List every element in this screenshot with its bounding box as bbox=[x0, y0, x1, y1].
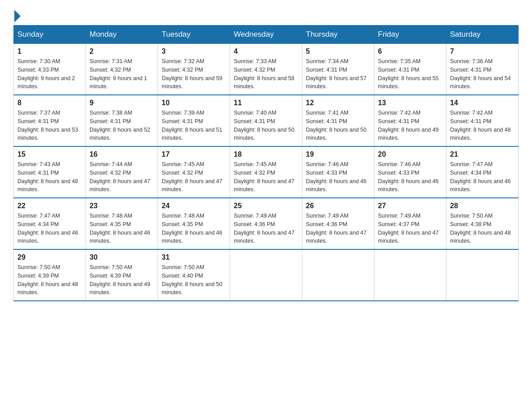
day-number: 30 bbox=[90, 253, 154, 261]
calendar-table: SundayMondayTuesdayWednesdayThursdayFrid… bbox=[13, 25, 519, 301]
calendar-cell: 12 Sunrise: 7:41 AM Sunset: 4:31 PM Dayl… bbox=[302, 95, 374, 146]
header-saturday: Saturday bbox=[446, 26, 519, 44]
header-wednesday: Wednesday bbox=[230, 26, 302, 44]
day-info: Sunrise: 7:46 AM Sunset: 4:33 PM Dayligh… bbox=[306, 160, 370, 194]
day-info: Sunrise: 7:47 AM Sunset: 4:34 PM Dayligh… bbox=[450, 160, 515, 194]
day-number: 23 bbox=[90, 202, 154, 210]
calendar-cell: 21 Sunrise: 7:47 AM Sunset: 4:34 PM Dayl… bbox=[446, 146, 519, 198]
calendar-cell: 28 Sunrise: 7:50 AM Sunset: 4:38 PM Dayl… bbox=[446, 198, 519, 249]
day-info: Sunrise: 7:40 AM Sunset: 4:31 PM Dayligh… bbox=[234, 109, 298, 142]
calendar-cell: 20 Sunrise: 7:46 AM Sunset: 4:33 PM Dayl… bbox=[374, 146, 446, 198]
calendar-cell: 8 Sunrise: 7:37 AM Sunset: 4:31 PM Dayli… bbox=[14, 95, 86, 146]
day-info: Sunrise: 7:36 AM Sunset: 4:31 PM Dayligh… bbox=[450, 57, 515, 91]
day-number: 20 bbox=[378, 150, 442, 158]
day-info: Sunrise: 7:46 AM Sunset: 4:33 PM Dayligh… bbox=[378, 160, 442, 194]
header-sunday: Sunday bbox=[14, 26, 86, 44]
day-number: 5 bbox=[306, 47, 370, 56]
day-info: Sunrise: 7:48 AM Sunset: 4:35 PM Dayligh… bbox=[90, 212, 154, 245]
calendar-cell: 9 Sunrise: 7:38 AM Sunset: 4:31 PM Dayli… bbox=[86, 95, 158, 146]
day-number: 25 bbox=[234, 202, 298, 210]
day-number: 18 bbox=[234, 150, 298, 158]
day-number: 3 bbox=[162, 47, 226, 56]
calendar-cell: 22 Sunrise: 7:47 AM Sunset: 4:34 PM Dayl… bbox=[14, 198, 86, 249]
calendar-cell: 29 Sunrise: 7:50 AM Sunset: 4:39 PM Dayl… bbox=[14, 249, 86, 301]
logo-triangle-icon bbox=[14, 10, 21, 22]
calendar-cell: 13 Sunrise: 7:42 AM Sunset: 4:31 PM Dayl… bbox=[374, 95, 446, 146]
day-number: 21 bbox=[450, 150, 515, 158]
calendar-cell: 23 Sunrise: 7:48 AM Sunset: 4:35 PM Dayl… bbox=[86, 198, 158, 249]
day-number: 10 bbox=[162, 99, 226, 107]
calendar-cell: 14 Sunrise: 7:42 AM Sunset: 4:31 PM Dayl… bbox=[446, 95, 519, 146]
calendar-cell: 10 Sunrise: 7:39 AM Sunset: 4:31 PM Dayl… bbox=[158, 95, 230, 146]
calendar-cell bbox=[374, 249, 446, 301]
calendar-week-row: 8 Sunrise: 7:37 AM Sunset: 4:31 PM Dayli… bbox=[14, 95, 519, 146]
day-number: 14 bbox=[450, 99, 515, 107]
calendar-cell: 1 Sunrise: 7:30 AM Sunset: 4:33 PM Dayli… bbox=[14, 44, 86, 95]
day-info: Sunrise: 7:31 AM Sunset: 4:32 PM Dayligh… bbox=[90, 57, 154, 91]
day-info: Sunrise: 7:42 AM Sunset: 4:31 PM Dayligh… bbox=[450, 109, 515, 142]
day-info: Sunrise: 7:49 AM Sunset: 4:37 PM Dayligh… bbox=[378, 212, 442, 245]
calendar-cell: 30 Sunrise: 7:50 AM Sunset: 4:39 PM Dayl… bbox=[86, 249, 158, 301]
day-number: 19 bbox=[306, 150, 370, 158]
day-info: Sunrise: 7:45 AM Sunset: 4:32 PM Dayligh… bbox=[162, 160, 226, 194]
calendar-week-row: 15 Sunrise: 7:43 AM Sunset: 4:31 PM Dayl… bbox=[14, 146, 519, 198]
day-number: 6 bbox=[378, 47, 442, 56]
day-number: 11 bbox=[234, 99, 298, 107]
calendar-cell: 26 Sunrise: 7:49 AM Sunset: 4:36 PM Dayl… bbox=[302, 198, 374, 249]
calendar-cell: 5 Sunrise: 7:34 AM Sunset: 4:31 PM Dayli… bbox=[302, 44, 374, 95]
day-info: Sunrise: 7:32 AM Sunset: 4:32 PM Dayligh… bbox=[162, 57, 226, 91]
day-info: Sunrise: 7:44 AM Sunset: 4:32 PM Dayligh… bbox=[90, 160, 154, 194]
calendar-cell: 15 Sunrise: 7:43 AM Sunset: 4:31 PM Dayl… bbox=[14, 146, 86, 198]
calendar-cell bbox=[446, 249, 519, 301]
calendar-cell: 27 Sunrise: 7:49 AM Sunset: 4:37 PM Dayl… bbox=[374, 198, 446, 249]
calendar-week-row: 22 Sunrise: 7:47 AM Sunset: 4:34 PM Dayl… bbox=[14, 198, 519, 249]
calendar-week-row: 29 Sunrise: 7:50 AM Sunset: 4:39 PM Dayl… bbox=[14, 249, 519, 301]
day-number: 24 bbox=[162, 202, 226, 210]
day-info: Sunrise: 7:47 AM Sunset: 4:34 PM Dayligh… bbox=[17, 212, 82, 245]
day-number: 7 bbox=[450, 47, 515, 56]
day-info: Sunrise: 7:34 AM Sunset: 4:31 PM Dayligh… bbox=[306, 57, 370, 91]
calendar-cell: 16 Sunrise: 7:44 AM Sunset: 4:32 PM Dayl… bbox=[86, 146, 158, 198]
day-number: 4 bbox=[234, 47, 298, 56]
day-info: Sunrise: 7:39 AM Sunset: 4:31 PM Dayligh… bbox=[162, 109, 226, 142]
day-info: Sunrise: 7:33 AM Sunset: 4:32 PM Dayligh… bbox=[234, 57, 298, 91]
calendar-cell: 6 Sunrise: 7:35 AM Sunset: 4:31 PM Dayli… bbox=[374, 44, 446, 95]
day-info: Sunrise: 7:42 AM Sunset: 4:31 PM Dayligh… bbox=[378, 109, 442, 142]
day-info: Sunrise: 7:50 AM Sunset: 4:39 PM Dayligh… bbox=[17, 263, 82, 297]
day-number: 8 bbox=[17, 99, 82, 107]
day-info: Sunrise: 7:50 AM Sunset: 4:38 PM Dayligh… bbox=[450, 212, 515, 245]
calendar-cell: 2 Sunrise: 7:31 AM Sunset: 4:32 PM Dayli… bbox=[86, 44, 158, 95]
day-info: Sunrise: 7:48 AM Sunset: 4:35 PM Dayligh… bbox=[162, 212, 226, 245]
day-info: Sunrise: 7:49 AM Sunset: 4:36 PM Dayligh… bbox=[306, 212, 370, 245]
day-number: 29 bbox=[17, 253, 82, 261]
day-number: 1 bbox=[17, 47, 82, 56]
day-info: Sunrise: 7:49 AM Sunset: 4:36 PM Dayligh… bbox=[234, 212, 298, 245]
calendar-week-row: 1 Sunrise: 7:30 AM Sunset: 4:33 PM Dayli… bbox=[14, 44, 519, 95]
calendar-cell: 7 Sunrise: 7:36 AM Sunset: 4:31 PM Dayli… bbox=[446, 44, 519, 95]
day-info: Sunrise: 7:50 AM Sunset: 4:39 PM Dayligh… bbox=[90, 263, 154, 297]
day-info: Sunrise: 7:45 AM Sunset: 4:32 PM Dayligh… bbox=[234, 160, 298, 194]
day-number: 9 bbox=[90, 99, 154, 107]
header-friday: Friday bbox=[374, 26, 446, 44]
day-info: Sunrise: 7:50 AM Sunset: 4:40 PM Dayligh… bbox=[162, 263, 226, 297]
calendar-header-row: SundayMondayTuesdayWednesdayThursdayFrid… bbox=[14, 26, 519, 44]
calendar-cell: 19 Sunrise: 7:46 AM Sunset: 4:33 PM Dayl… bbox=[302, 146, 374, 198]
calendar-cell bbox=[230, 249, 302, 301]
day-info: Sunrise: 7:38 AM Sunset: 4:31 PM Dayligh… bbox=[90, 109, 154, 142]
day-number: 12 bbox=[306, 99, 370, 107]
day-number: 22 bbox=[17, 202, 82, 210]
day-number: 17 bbox=[162, 150, 226, 158]
calendar-cell: 3 Sunrise: 7:32 AM Sunset: 4:32 PM Dayli… bbox=[158, 44, 230, 95]
day-number: 16 bbox=[90, 150, 154, 158]
header-tuesday: Tuesday bbox=[158, 26, 230, 44]
calendar-cell: 24 Sunrise: 7:48 AM Sunset: 4:35 PM Dayl… bbox=[158, 198, 230, 249]
day-number: 2 bbox=[90, 47, 154, 56]
header-thursday: Thursday bbox=[302, 26, 374, 44]
calendar-cell: 11 Sunrise: 7:40 AM Sunset: 4:31 PM Dayl… bbox=[230, 95, 302, 146]
page-header bbox=[13, 9, 519, 21]
calendar-cell: 17 Sunrise: 7:45 AM Sunset: 4:32 PM Dayl… bbox=[158, 146, 230, 198]
day-info: Sunrise: 7:37 AM Sunset: 4:31 PM Dayligh… bbox=[17, 109, 82, 142]
header-monday: Monday bbox=[86, 26, 158, 44]
day-number: 13 bbox=[378, 99, 442, 107]
calendar-cell: 18 Sunrise: 7:45 AM Sunset: 4:32 PM Dayl… bbox=[230, 146, 302, 198]
